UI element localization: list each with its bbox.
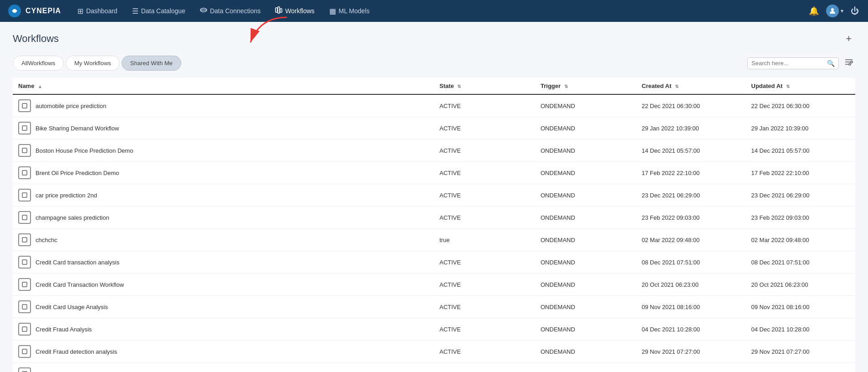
- nav-data-catalogue[interactable]: ☰ Data Catalogue: [127, 4, 191, 18]
- search-box: 🔍: [747, 57, 839, 69]
- cell-name-2: Boston House Price Prediction Demo: [13, 140, 434, 162]
- workflows-table: Name ▲ State ⇅ Trigger ⇅ Created At ⇅ Up…: [13, 78, 855, 372]
- cell-updated-12: 27 Dec 2021 04:50:00: [746, 363, 856, 372]
- search-icon: 🔍: [827, 60, 835, 67]
- user-avatar: [826, 5, 839, 17]
- row-icon-3: [18, 166, 31, 179]
- user-dropdown-arrow: ▾: [841, 8, 843, 14]
- row-icon-inner-3: [22, 170, 27, 176]
- cell-state-1: ACTIVE: [434, 117, 535, 140]
- cell-updated-1: 29 Jan 2022 10:39:00: [746, 117, 856, 140]
- cell-trigger-7: ONDEMAND: [535, 251, 636, 274]
- cell-updated-0: 22 Dec 2021 06:30:00: [746, 94, 856, 117]
- row-icon-inner-5: [22, 215, 27, 220]
- row-icon-inner-4: [22, 192, 27, 198]
- add-workflow-button[interactable]: +: [842, 31, 855, 46]
- cell-trigger-5: ONDEMAND: [535, 207, 636, 229]
- cell-name-10: Credit Fraud Analysis: [13, 318, 434, 341]
- table-row[interactable]: Credit Card transaction analysis ACTIVE …: [13, 251, 855, 274]
- cell-trigger-11: ONDEMAND: [535, 341, 636, 363]
- row-icon-inner-0: [22, 103, 27, 108]
- app-logo: CYNEPIA: [7, 4, 61, 18]
- table-row[interactable]: Credit Fraud detection analysis ACTIVE O…: [13, 341, 855, 363]
- cell-trigger-6: ONDEMAND: [535, 229, 636, 251]
- search-input[interactable]: [751, 60, 824, 67]
- table-row[interactable]: Brent Oil Price Prediction Demo ACTIVE O…: [13, 162, 855, 184]
- svg-rect-7: [280, 9, 282, 12]
- table-row[interactable]: Credit Fraud Analysis ACTIVE ONDEMAND 04…: [13, 318, 855, 341]
- svg-rect-5: [276, 8, 277, 12]
- row-icon-inner-9: [22, 304, 27, 310]
- cell-created-4: 23 Dec 2021 06:29:00: [636, 184, 746, 207]
- row-icon-12: [18, 367, 31, 372]
- table-row[interactable]: chchchc true ONDEMAND 02 Mar 2022 09:48:…: [13, 229, 855, 251]
- table-row[interactable]: champagne sales prediction ACTIVE ONDEMA…: [13, 207, 855, 229]
- cell-name-1: Bike Sharing Demand Workflow: [13, 117, 434, 140]
- cell-state-7: ACTIVE: [434, 251, 535, 274]
- cell-created-8: 20 Oct 2021 06:23:00: [636, 274, 746, 296]
- cell-updated-7: 08 Dec 2021 07:51:00: [746, 251, 856, 274]
- power-button[interactable]: ⏻: [849, 5, 861, 18]
- row-icon-inner-1: [22, 125, 27, 131]
- page-title: Workflows: [13, 33, 59, 45]
- top-navigation: CYNEPIA ⊞ Dashboard ☰ Data Catalogue Dat…: [0, 0, 868, 22]
- nav-workflows[interactable]: Workflows: [270, 4, 320, 18]
- logo-text: CYNEPIA: [26, 7, 61, 15]
- row-icon-1: [18, 122, 31, 134]
- notifications-button[interactable]: 🔔: [807, 4, 821, 18]
- table-row[interactable]: Credit Fraud Detection Predictive Model …: [13, 363, 855, 372]
- cell-updated-11: 29 Nov 2021 07:27:00: [746, 341, 856, 363]
- cell-trigger-3: ONDEMAND: [535, 162, 636, 184]
- col-header-state[interactable]: State ⇅: [434, 78, 535, 94]
- cell-updated-3: 17 Feb 2022 22:10:00: [746, 162, 856, 184]
- cell-created-0: 22 Dec 2021 06:30:00: [636, 94, 746, 117]
- row-icon-9: [18, 300, 31, 313]
- table-row[interactable]: car price prediction 2nd ACTIVE ONDEMAND…: [13, 184, 855, 207]
- cell-updated-2: 14 Dec 2021 05:57:00: [746, 140, 856, 162]
- catalogue-icon: ☰: [132, 7, 138, 16]
- ml-models-icon: ▦: [329, 7, 336, 16]
- cell-state-11: ACTIVE: [434, 341, 535, 363]
- col-header-updated[interactable]: Updated At ⇅: [746, 78, 856, 94]
- sort-state-icon: ⇅: [457, 84, 461, 89]
- cell-updated-6: 02 Mar 2022 09:48:00: [746, 229, 856, 251]
- table-row[interactable]: Bike Sharing Demand Workflow ACTIVE ONDE…: [13, 117, 855, 140]
- tab-shared-with-me[interactable]: Shared With Me: [122, 56, 181, 71]
- table-row[interactable]: Credit Card Usage Analysis ACTIVE ONDEMA…: [13, 296, 855, 318]
- row-icon-0: [18, 99, 31, 112]
- sort-created-icon: ⇅: [675, 84, 679, 89]
- cell-state-4: ACTIVE: [434, 184, 535, 207]
- cell-name-5: champagne sales prediction: [13, 207, 434, 229]
- cell-created-1: 29 Jan 2022 10:39:00: [636, 117, 746, 140]
- row-icon-inner-6: [22, 237, 27, 243]
- table-row[interactable]: automobile price prediction ACTIVE ONDEM…: [13, 94, 855, 117]
- dashboard-icon: ⊞: [77, 7, 83, 16]
- cell-created-6: 02 Mar 2022 09:48:00: [636, 229, 746, 251]
- filter-button[interactable]: [842, 56, 855, 71]
- svg-point-13: [849, 63, 851, 65]
- row-icon-7: [18, 256, 31, 269]
- row-icon-4: [18, 189, 31, 202]
- table-row[interactable]: Boston House Price Prediction Demo ACTIV…: [13, 140, 855, 162]
- nav-dashboard[interactable]: ⊞ Dashboard: [72, 4, 123, 18]
- col-header-created[interactable]: Created At ⇅: [636, 78, 746, 94]
- nav-ml-models[interactable]: ▦ ML Models: [324, 4, 375, 18]
- row-icon-inner-11: [22, 349, 27, 354]
- col-header-trigger[interactable]: Trigger ⇅: [535, 78, 636, 94]
- svg-point-8: [831, 8, 834, 11]
- col-header-name[interactable]: Name ▲: [13, 78, 434, 94]
- nav-data-connections[interactable]: Data Connections: [194, 4, 266, 18]
- row-icon-6: [18, 233, 31, 246]
- table-row[interactable]: Credit Card Transaction Workflow ACTIVE …: [13, 274, 855, 296]
- tab-my-workflows[interactable]: My Workflows: [66, 56, 120, 71]
- row-icon-11: [18, 345, 31, 358]
- cell-name-4: car price prediction 2nd: [13, 184, 434, 207]
- user-menu-button[interactable]: ▾: [826, 5, 843, 17]
- row-icon-10: [18, 323, 31, 336]
- cell-trigger-0: ONDEMAND: [535, 94, 636, 117]
- svg-point-12: [851, 61, 853, 63]
- cell-trigger-8: ONDEMAND: [535, 274, 636, 296]
- main-content: Workflows + AllWorkflows My Workflows Sh…: [0, 22, 868, 372]
- tab-all-workflows[interactable]: AllWorkflows: [13, 56, 64, 71]
- row-icon-8: [18, 278, 31, 291]
